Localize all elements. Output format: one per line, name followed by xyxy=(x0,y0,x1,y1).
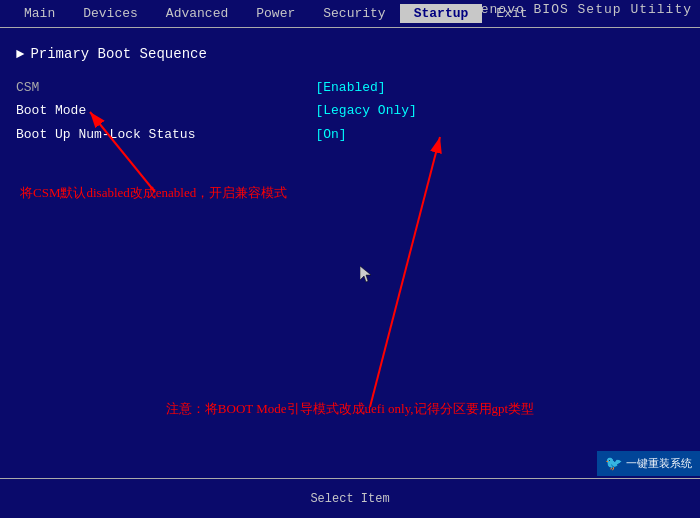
watermark: 🐦 一键重装系统 xyxy=(597,451,700,476)
bios-title: Lenovo BIOS Setup Utility xyxy=(472,2,692,17)
section-arrow: ► xyxy=(16,46,24,62)
bottom-select: Select Item xyxy=(310,492,389,506)
numlock-value: [On] xyxy=(315,123,416,146)
menu-bar: Lenovo BIOS Setup Utility Main Devices A… xyxy=(0,0,700,28)
bios-values: [Enabled] [Legacy Only] [On] xyxy=(315,76,416,146)
menu-item-power[interactable]: Power xyxy=(242,4,309,23)
boot-mode-value: [Legacy Only] xyxy=(315,99,416,122)
menu-item-advanced[interactable]: Advanced xyxy=(152,4,242,23)
bios-labels: CSM Boot Mode Boot Up Num-Lock Status xyxy=(16,76,195,146)
menu-items-container: Main Devices Advanced Power Security Sta… xyxy=(0,4,542,23)
menu-item-startup[interactable]: Startup xyxy=(400,4,483,23)
bios-screen: Lenovo BIOS Setup Utility Main Devices A… xyxy=(0,0,700,518)
section-title: Primary Boot Sequence xyxy=(30,46,206,62)
csm-label: CSM xyxy=(16,76,195,99)
bios-items: CSM Boot Mode Boot Up Num-Lock Status [E… xyxy=(16,76,684,146)
section-header: ► Primary Boot Sequence xyxy=(16,46,684,62)
csm-value: [Enabled] xyxy=(315,76,416,99)
bottom-bar: Select Item xyxy=(0,478,700,518)
watermark-text: 一键重装系统 xyxy=(626,456,692,471)
twitter-icon: 🐦 xyxy=(605,455,622,472)
content-area: ► Primary Boot Sequence CSM Boot Mode Bo… xyxy=(0,36,700,478)
numlock-label: Boot Up Num-Lock Status xyxy=(16,123,195,146)
boot-mode-label: Boot Mode xyxy=(16,99,195,122)
menu-item-main[interactable]: Main xyxy=(10,4,69,23)
menu-item-devices[interactable]: Devices xyxy=(69,4,152,23)
menu-item-security[interactable]: Security xyxy=(309,4,399,23)
